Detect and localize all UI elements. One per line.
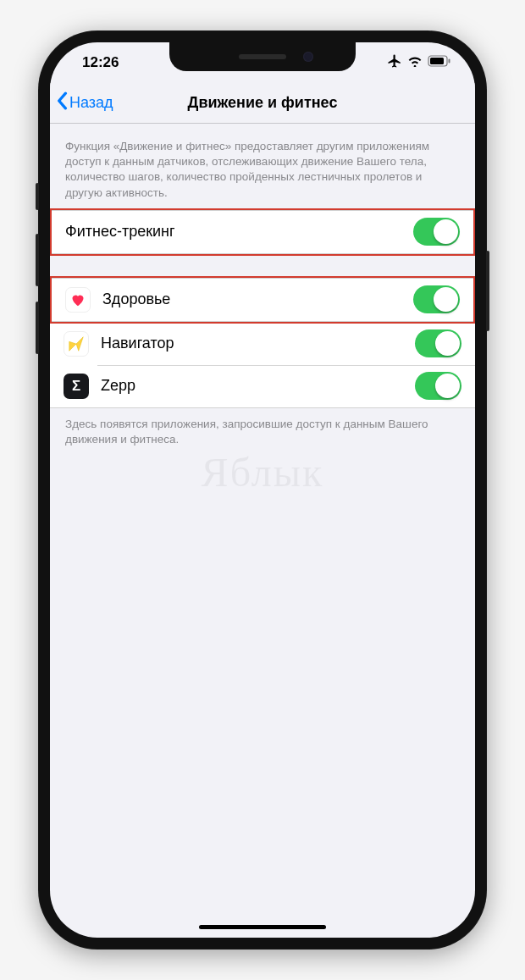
app-label: Здоровье (102, 291, 413, 308)
battery-icon (428, 54, 451, 71)
row-navigator: Навигатор (50, 323, 475, 365)
row-health: Здоровье (52, 279, 473, 321)
highlight-health-app: Здоровье (50, 276, 475, 324)
row-fitness-tracking: Фитнес-трекинг (52, 211, 473, 253)
fitness-tracking-toggle[interactable] (413, 218, 460, 246)
airplane-mode-icon (387, 53, 402, 73)
front-camera (303, 52, 313, 62)
back-label: Назад (69, 94, 113, 112)
navigator-toggle[interactable] (415, 329, 461, 357)
screen: 12:26 Назад Движение и фит (50, 42, 475, 938)
highlight-fitness-tracking: Фитнес-трекинг (50, 208, 475, 256)
list-group-fitness: Фитнес-трекинг (52, 210, 473, 254)
phone-side-button (36, 183, 39, 210)
section-description: Функция «Движение и фитнес» предоставляе… (50, 124, 475, 209)
svg-rect-2 (430, 58, 444, 64)
wifi-icon (407, 54, 423, 71)
home-indicator[interactable] (199, 925, 326, 929)
chevron-left-icon (55, 91, 69, 114)
speaker-grille (239, 54, 286, 59)
status-time: 12:26 (82, 54, 158, 71)
phone-side-button (36, 234, 39, 286)
content: Функция «Движение и фитнес» предоставляе… (50, 124, 475, 456)
health-app-icon (65, 287, 91, 313)
fitness-tracking-label: Фитнес-трекинг (65, 223, 413, 241)
list-group-apps-rest: Навигатор Σ Zepp (50, 323, 475, 408)
section-footer: Здесь появятся приложения, запросившие д… (50, 408, 475, 456)
phone-notch (169, 42, 356, 71)
app-label: Навигатор (101, 335, 415, 352)
phone-side-button (486, 251, 489, 331)
navigator-app-icon (64, 331, 89, 357)
phone-side-button (36, 302, 39, 354)
page-title: Движение и фитнес (188, 94, 338, 112)
svg-rect-1 (449, 59, 450, 64)
zepp-app-icon: Σ (64, 374, 89, 399)
back-button[interactable]: Назад (55, 91, 113, 114)
nav-bar: Назад Движение и фитнес (50, 83, 475, 124)
app-label: Zepp (101, 377, 415, 395)
row-zepp: Σ Zepp (50, 365, 475, 407)
list-group-apps-top: Здоровье (52, 278, 473, 322)
zepp-toggle[interactable] (415, 372, 461, 400)
health-toggle[interactable] (413, 285, 460, 313)
phone-frame: 12:26 Назад Движение и фит (38, 30, 487, 950)
